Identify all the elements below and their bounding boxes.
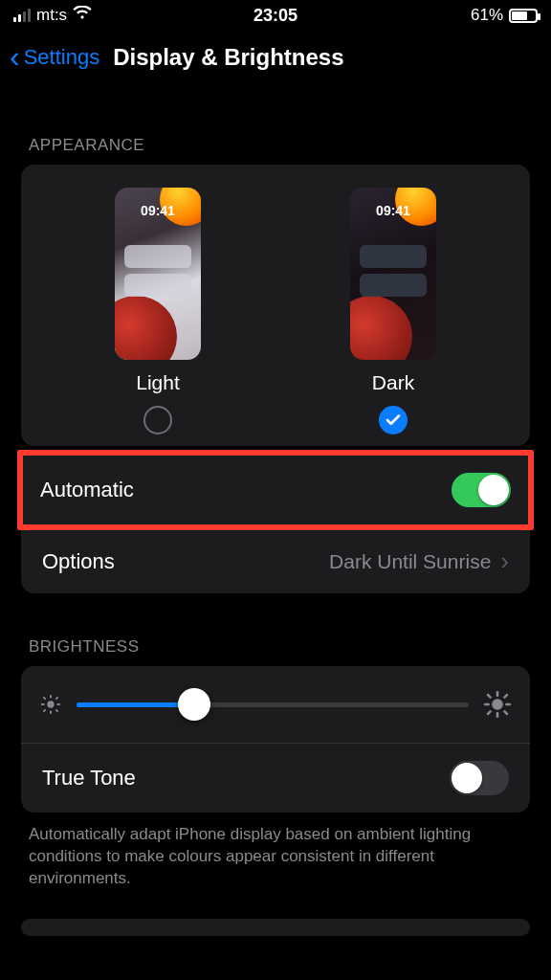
section-header-brightness: BRIGHTNESS [0, 593, 551, 666]
sun-small-icon [40, 694, 61, 715]
svg-line-4 [56, 710, 57, 711]
theme-label-dark: Dark [372, 371, 414, 394]
section-header-appearance: APPEARANCE [0, 88, 551, 165]
theme-label-light: Light [136, 371, 180, 394]
svg-line-7 [44, 710, 45, 711]
appearance-panel-lower: Options Dark Until Sunrise › [21, 528, 530, 593]
svg-line-17 [504, 695, 506, 697]
status-bar: mt:s 23:05 61% [0, 0, 551, 31]
next-panel-peek [21, 919, 530, 936]
page-title: Display & Brightness [113, 44, 343, 71]
preview-time: 09:41 [350, 203, 436, 218]
nav-header: ‹ Settings Display & Brightness [0, 31, 551, 88]
row-automatic[interactable]: Automatic [23, 456, 528, 524]
theme-option-dark[interactable]: 09:41 Dark [350, 188, 436, 434]
brightness-panel: True Tone [21, 666, 530, 813]
back-chevron-icon[interactable]: ‹ [10, 48, 20, 66]
theme-option-light[interactable]: 09:41 Light [115, 188, 201, 434]
svg-line-12 [488, 695, 490, 697]
back-button[interactable]: Settings [24, 45, 100, 70]
battery-icon [509, 9, 538, 23]
sun-large-icon [484, 691, 511, 718]
row-options[interactable]: Options Dark Until Sunrise › [21, 528, 530, 593]
svg-line-8 [56, 698, 57, 699]
preview-time: 09:41 [115, 203, 201, 218]
slider-thumb[interactable] [178, 688, 210, 721]
automatic-label: Automatic [40, 478, 134, 502]
svg-line-16 [488, 711, 490, 713]
options-label: Options [42, 549, 115, 574]
highlight-automatic: Automatic [17, 450, 534, 530]
svg-point-9 [492, 699, 503, 710]
row-true-tone[interactable]: True Tone [21, 743, 530, 813]
svg-line-13 [504, 711, 506, 713]
clock: 23:05 [0, 6, 551, 26]
appearance-panel: 09:41 Light 09:41 Dark [21, 165, 530, 446]
chevron-right-icon: › [500, 546, 509, 576]
theme-preview-dark: 09:41 [350, 188, 436, 360]
radio-dark[interactable] [379, 406, 408, 434]
toggle-automatic[interactable] [452, 473, 511, 507]
svg-line-3 [44, 698, 45, 699]
true-tone-label: True Tone [42, 766, 136, 791]
true-tone-footer: Automatically adapt iPhone display based… [0, 813, 551, 890]
options-value: Dark Until Sunrise [329, 550, 491, 573]
toggle-true-tone[interactable] [450, 761, 509, 795]
theme-preview-light: 09:41 [115, 188, 201, 360]
radio-light[interactable] [143, 406, 172, 434]
svg-point-0 [47, 701, 54, 707]
brightness-slider[interactable] [77, 702, 469, 707]
